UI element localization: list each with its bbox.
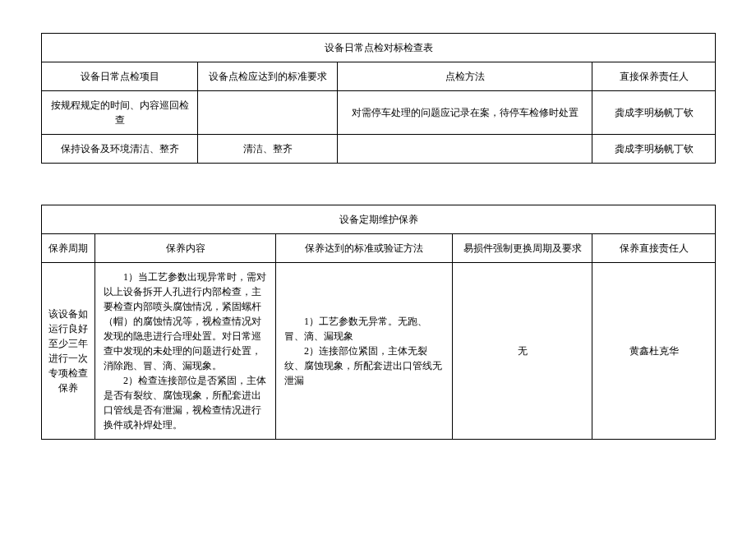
content-p2: 2）检查连接部位是否紧固，主体是否有裂纹、腐蚀现象，所配套进出口管线是否有泄漏，… <box>104 373 267 432</box>
table-header-row: 保养周期 保养内容 保养达到的标准或验证方法 易损件强制更换周期及要求 保养直接… <box>42 234 716 263</box>
cell: 龚成李明杨帆丁钦 <box>592 91 716 135</box>
standard-p2: 2）连接部位紧固，主体无裂纹、腐蚀现象，所配套进出口管线无泄漏 <box>284 344 444 388</box>
cell <box>198 91 338 135</box>
header-content: 保养内容 <box>95 234 276 263</box>
cell <box>338 135 592 164</box>
cell: 保持设备及环境清洁、整齐 <box>42 135 198 164</box>
table-title-row: 设备日常点检对标检查表 <box>42 34 716 62</box>
cell-replace: 无 <box>453 263 592 440</box>
daily-inspection-table: 设备日常点检对标检查表 设备日常点检项目 设备点检应达到的标准要求 点检方法 直… <box>41 33 716 164</box>
cell-person: 黄鑫杜克华 <box>592 263 716 440</box>
cell-content: 1）当工艺参数出现异常时，需对以上设备拆开人孔进行内部检查，主要检查内部喷头腐蚀… <box>95 263 276 440</box>
header-person: 保养直接责任人 <box>592 234 716 263</box>
cell: 清洁、整齐 <box>198 135 338 164</box>
table-row: 该设备如运行良好至少三年进行一次专项检查保养 1）当工艺参数出现异常时，需对以上… <box>42 263 716 440</box>
header-project: 设备日常点检项目 <box>42 62 198 91</box>
header-person: 直接保养责任人 <box>592 62 716 91</box>
header-standard: 保养达到的标准或验证方法 <box>276 234 453 263</box>
standard-p1: 1）工艺参数无异常。无跑、冒、滴、漏现象 <box>284 314 444 344</box>
table2-title: 设备定期维护保养 <box>42 205 716 234</box>
cell-cycle: 该设备如运行良好至少三年进行一次专项检查保养 <box>42 263 95 440</box>
table-row: 保持设备及环境清洁、整齐 清洁、整齐 龚成李明杨帆丁钦 <box>42 135 716 164</box>
header-cycle: 保养周期 <box>42 234 95 263</box>
header-method: 点检方法 <box>338 62 592 91</box>
table-header-row: 设备日常点检项目 设备点检应达到的标准要求 点检方法 直接保养责任人 <box>42 62 716 91</box>
header-standard: 设备点检应达到的标准要求 <box>198 62 338 91</box>
cell: 对需停车处理的问题应记录在案，待停车检修时处置 <box>338 91 592 135</box>
table-title-row: 设备定期维护保养 <box>42 205 716 234</box>
cell: 按规程规定的时间、内容巡回检查 <box>42 91 198 135</box>
cell: 龚成李明杨帆丁钦 <box>592 135 716 164</box>
periodic-maintenance-table: 设备定期维护保养 保养周期 保养内容 保养达到的标准或验证方法 易损件强制更换周… <box>41 205 716 440</box>
cell-standard: 1）工艺参数无异常。无跑、冒、滴、漏现象 2）连接部位紧固，主体无裂纹、腐蚀现象… <box>276 263 453 440</box>
content-p1: 1）当工艺参数出现异常时，需对以上设备拆开人孔进行内部检查，主要检查内部喷头腐蚀… <box>104 270 267 373</box>
header-replace: 易损件强制更换周期及要求 <box>453 234 592 263</box>
table1-title: 设备日常点检对标检查表 <box>42 34 716 62</box>
table-row: 按规程规定的时间、内容巡回检查 对需停车处理的问题应记录在案，待停车检修时处置 … <box>42 91 716 135</box>
